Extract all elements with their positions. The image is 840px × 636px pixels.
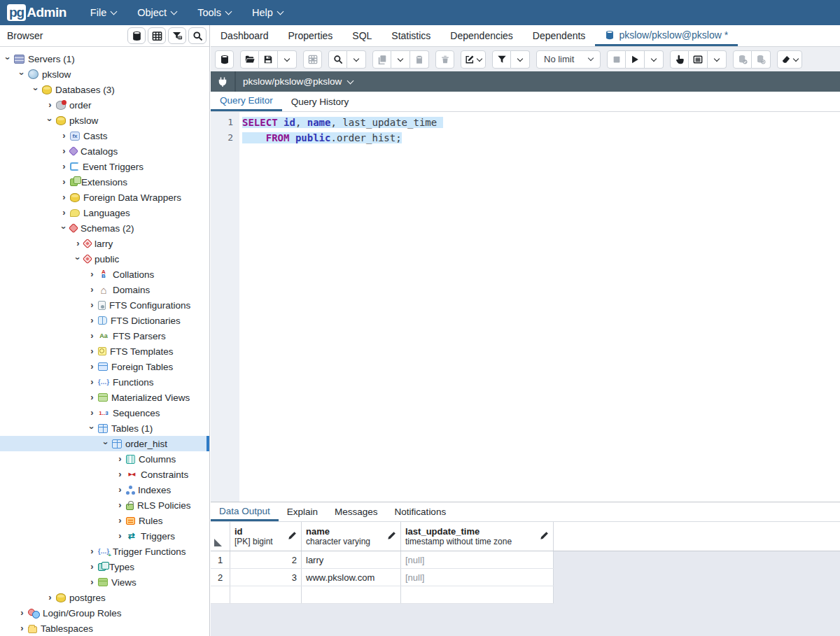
- row-number[interactable]: [211, 586, 230, 603]
- chevron-collapsed-icon[interactable]: ›: [45, 100, 55, 111]
- explain-analyze-button[interactable]: [689, 50, 708, 69]
- tab-pkslow-pkslow-pkslow[interactable]: pkslow/pkslow@pkslow *: [595, 25, 738, 46]
- tab-properties[interactable]: Properties: [279, 25, 343, 46]
- column-header-id[interactable]: id[PK] bigint: [230, 522, 302, 551]
- tree-item-tables-1[interactable]: ›Tables (1): [0, 421, 209, 436]
- edit-column-icon[interactable]: [540, 531, 549, 542]
- menu-file[interactable]: File: [90, 7, 116, 18]
- chevron-collapsed-icon[interactable]: ›: [115, 516, 125, 526]
- edit-column-icon[interactable]: [288, 531, 297, 542]
- tree-item-triggers[interactable]: ›Triggers: [0, 528, 209, 544]
- tree-item-casts[interactable]: ›Casts: [0, 128, 209, 143]
- tree-item-databases-3[interactable]: ›Databases (3): [0, 82, 209, 97]
- tree-item-sequences[interactable]: ›Sequences: [0, 405, 209, 421]
- edit-column-icon[interactable]: [387, 531, 396, 542]
- cell-id[interactable]: 2: [230, 551, 302, 568]
- chevron-collapsed-icon[interactable]: ›: [17, 608, 27, 619]
- chevron-collapsed-icon[interactable]: ›: [87, 331, 97, 341]
- chevron-expanded-icon[interactable]: ›: [3, 54, 13, 64]
- chevron-collapsed-icon[interactable]: ›: [87, 269, 97, 280]
- filter-button[interactable]: [492, 50, 511, 69]
- tab-query-history[interactable]: Query History: [282, 92, 358, 111]
- chevron-expanded-icon[interactable]: ›: [17, 69, 27, 80]
- tree-item-pkslow[interactable]: ›pkslow: [0, 113, 209, 128]
- chevron-expanded-icon[interactable]: ›: [59, 223, 69, 234]
- tree-item-postgres[interactable]: ›postgres: [0, 590, 209, 605]
- tab-dependencies[interactable]: Dependencies: [440, 25, 523, 46]
- tree-item-public[interactable]: ›public: [0, 251, 209, 267]
- delete-button[interactable]: [435, 50, 454, 69]
- tab-dashboard[interactable]: Dashboard: [211, 25, 279, 46]
- tree-item-servers-1[interactable]: ›Servers (1): [0, 51, 209, 66]
- column-header-last-update-time[interactable]: last_update_timetimestamp without time z…: [401, 522, 554, 551]
- tab-messages[interactable]: Messages: [326, 502, 386, 521]
- chevron-collapsed-icon[interactable]: ›: [87, 300, 97, 311]
- chevron-expanded-icon[interactable]: ›: [101, 439, 111, 449]
- tab-sql[interactable]: SQL: [342, 25, 382, 46]
- chevron-collapsed-icon[interactable]: ›: [59, 131, 69, 141]
- copy-button[interactable]: [372, 50, 391, 69]
- chevron-expanded-icon[interactable]: ›: [31, 85, 41, 95]
- chevron-collapsed-icon[interactable]: ›: [87, 285, 97, 295]
- chevron-collapsed-icon[interactable]: ›: [87, 577, 97, 588]
- tab-statistics[interactable]: Statistics: [382, 25, 440, 46]
- tree-item-materialized-views[interactable]: ›Materialized Views: [0, 390, 209, 405]
- tree-item-trigger-functions[interactable]: ›Trigger Functions: [0, 544, 209, 559]
- tab-explain[interactable]: Explain: [279, 502, 326, 521]
- view-data-button[interactable]: [148, 27, 166, 44]
- chevron-collapsed-icon[interactable]: ›: [45, 593, 55, 603]
- filter-options-button[interactable]: [511, 50, 530, 69]
- copy-options-button[interactable]: [391, 50, 410, 69]
- tree-item-pkslow[interactable]: ›pkslow: [0, 66, 209, 82]
- cell-last-update-time[interactable]: [null]: [401, 569, 554, 586]
- connection-status-icon[interactable]: [211, 71, 236, 92]
- tree-item-schemas-2[interactable]: ›Schemas (2): [0, 220, 209, 236]
- tree-item-collations[interactable]: ›Collations: [0, 267, 209, 282]
- cell-id[interactable]: [230, 586, 302, 603]
- tree-item-rules[interactable]: ›Rules: [0, 513, 209, 528]
- explain-button[interactable]: [670, 50, 689, 69]
- chevron-collapsed-icon[interactable]: ›: [73, 239, 83, 249]
- tree-item-functions[interactable]: ›Functions: [0, 374, 209, 390]
- execute-options-button[interactable]: [645, 50, 664, 69]
- find-button[interactable]: [328, 50, 347, 69]
- save-options-button[interactable]: [278, 50, 297, 69]
- chevron-expanded-icon[interactable]: ›: [73, 254, 83, 264]
- query-tool-button[interactable]: [215, 50, 234, 69]
- tab-dependents[interactable]: Dependents: [523, 25, 596, 46]
- save-file-button[interactable]: [259, 50, 278, 69]
- tree-item-foreign-tables[interactable]: ›Foreign Tables: [0, 359, 209, 374]
- menu-tools[interactable]: Tools: [197, 7, 231, 18]
- rollback-button[interactable]: [752, 50, 771, 69]
- chevron-collapsed-icon[interactable]: ›: [87, 362, 97, 372]
- tree-item-columns[interactable]: ›Columns: [0, 451, 209, 467]
- row-number[interactable]: 2: [211, 569, 230, 586]
- tree-item-tablespaces[interactable]: ›Tablespaces: [0, 621, 209, 636]
- open-file-button[interactable]: [240, 50, 259, 69]
- menu-object[interactable]: Object: [137, 7, 176, 18]
- chevron-collapsed-icon[interactable]: ›: [17, 623, 27, 634]
- chevron-collapsed-icon[interactable]: ›: [87, 393, 97, 403]
- select-all-cells-button[interactable]: [211, 522, 230, 551]
- execute-button[interactable]: [626, 50, 645, 69]
- tree-item-foreign-data-wrappers[interactable]: ›Foreign Data Wrappers: [0, 190, 209, 205]
- paste-button[interactable]: [410, 50, 429, 69]
- tab-notifications[interactable]: Notifications: [386, 502, 455, 521]
- chevron-collapsed-icon[interactable]: ›: [59, 208, 69, 218]
- tree-item-fts-configurations[interactable]: ›FTS Configurations: [0, 297, 209, 313]
- tree-item-fts-dictionaries[interactable]: ›FTS Dictionaries: [0, 313, 209, 328]
- stop-button[interactable]: [607, 50, 626, 69]
- tree-item-indexes[interactable]: ›Indexes: [0, 482, 209, 497]
- tree-item-order-hist[interactable]: ›order_hist: [0, 436, 209, 451]
- cell-name[interactable]: larry: [302, 551, 401, 568]
- tree-item-rls-policies[interactable]: ›RLS Policies: [0, 497, 209, 513]
- sql-editor[interactable]: 12 SELECT id, name, last_update_time FRO…: [211, 112, 840, 502]
- find-options-button[interactable]: [347, 50, 366, 69]
- tree-item-fts-parsers[interactable]: ›FTS Parsers: [0, 328, 209, 344]
- chevron-collapsed-icon[interactable]: ›: [87, 408, 97, 418]
- tree-item-larry[interactable]: ›larry: [0, 236, 209, 251]
- cell-last-update-time[interactable]: [401, 586, 554, 603]
- chevron-collapsed-icon[interactable]: ›: [115, 454, 125, 465]
- tab-query-editor[interactable]: Query Editor: [211, 92, 282, 111]
- tree-item-extensions[interactable]: ›Extensions: [0, 174, 209, 190]
